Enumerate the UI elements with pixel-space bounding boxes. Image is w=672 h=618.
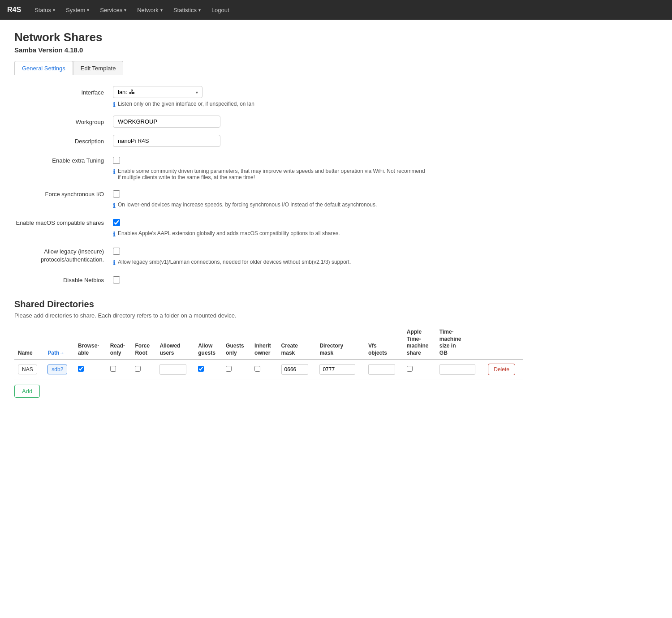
col-allowed-users: Allowedusers (156, 326, 194, 360)
netbios-label: Disable Netbios (14, 274, 113, 284)
nav-services[interactable]: Services ▾ (95, 5, 131, 15)
nav-system[interactable]: System ▾ (61, 5, 94, 15)
shared-directories-section: Shared Directories Please add directorie… (14, 299, 523, 398)
nav-network[interactable]: Network ▾ (133, 5, 167, 15)
col-forceroot: ForceRoot (131, 326, 156, 360)
extra-tuning-label: Enable extra Tuning (14, 154, 113, 165)
col-allow-guests: Allowguests (194, 326, 222, 360)
nav-statistics-caret: ▾ (198, 8, 201, 13)
row-directory-mask (316, 360, 364, 379)
macos-hint: ℹ Enables Apple's AAPL extension globall… (113, 230, 426, 238)
page-subtitle: Samba Version 4.18.0 (14, 46, 523, 54)
row-readonly (107, 360, 132, 379)
col-actions (484, 326, 523, 360)
col-readonly: Read-only (107, 326, 132, 360)
row-apple-timemachine (403, 360, 436, 379)
extra-tuning-help-icon: ℹ (113, 168, 115, 176)
tab-general-settings[interactable]: General Settings (14, 61, 73, 75)
legacy-help-icon: ℹ (113, 259, 115, 266)
nav-network-caret: ▾ (160, 8, 163, 13)
force-sync-label: Force synchronous I/O (14, 188, 113, 198)
forceroot-checkbox[interactable] (135, 366, 141, 372)
name-tag: NAS (18, 365, 37, 374)
tab-edit-template[interactable]: Edit Template (73, 61, 124, 75)
description-control (113, 135, 523, 147)
macos-control: ℹ Enables Apple's AAPL extension globall… (113, 216, 523, 238)
path-tag: sdb2 (47, 365, 67, 374)
browseable-checkbox[interactable] (78, 366, 84, 372)
row-create-mask (278, 360, 316, 379)
description-input[interactable] (113, 135, 220, 147)
row-browseable (74, 360, 107, 379)
force-sync-control: ℹ On lower-end devices may increase spee… (113, 188, 523, 209)
nav-status-caret: ▾ (53, 8, 55, 13)
timemachine-size-input[interactable] (439, 364, 475, 375)
nav-status[interactable]: Status ▾ (30, 5, 60, 15)
readonly-checkbox[interactable] (110, 366, 116, 372)
macos-checkbox[interactable] (113, 219, 120, 226)
col-guests-only: Guestsonly (222, 326, 251, 360)
netbios-checkbox[interactable] (113, 276, 120, 283)
col-inherit-owner: Inheritowner (251, 326, 278, 360)
legacy-checkbox[interactable] (113, 248, 120, 255)
apple-timemachine-checkbox[interactable] (407, 366, 413, 372)
workgroup-input[interactable] (113, 116, 220, 128)
extra-tuning-row: Enable extra Tuning ℹ Enable some commun… (14, 154, 523, 180)
legacy-hint: ℹ Allow legacy smb(v1)/Lanman connection… (113, 259, 426, 266)
general-settings-form: Interface lan: 🖧 ▾ ℹ Listen only on the … (14, 86, 523, 285)
inherit-owner-checkbox[interactable] (254, 366, 260, 372)
interface-hint: ℹ Listen only on the given interface or,… (113, 101, 426, 108)
legacy-control: ℹ Allow legacy smb(v1)/Lanman connection… (113, 245, 523, 266)
shared-directories-title: Shared Directories (14, 299, 523, 309)
create-mask-input[interactable] (281, 364, 308, 375)
nav-services-caret: ▾ (124, 8, 126, 13)
col-browseable: Browse-able (74, 326, 107, 360)
interface-row: Interface lan: 🖧 ▾ ℹ Listen only on the … (14, 86, 523, 108)
extra-tuning-control: ℹ Enable some community driven tuning pa… (113, 154, 523, 180)
row-vfs-objects (365, 360, 403, 379)
delete-button[interactable]: Delete (488, 364, 515, 375)
description-row: Description (14, 135, 523, 147)
add-button[interactable]: Add (14, 385, 40, 398)
allow-guests-checkbox[interactable] (198, 366, 204, 372)
col-directory-mask: Directorymask (316, 326, 364, 360)
guests-only-checkbox[interactable] (226, 366, 232, 372)
table-header-row: Name Path→ Browse-able Read-only ForceRo… (14, 326, 523, 360)
table-row: NAS sdb2 (14, 360, 523, 379)
nav-statistics[interactable]: Statistics ▾ (169, 5, 205, 15)
extra-tuning-checkbox[interactable] (113, 157, 120, 164)
interface-select[interactable]: lan: 🖧 (113, 86, 202, 98)
interface-help-icon: ℹ (113, 101, 115, 108)
row-timemachine-size (436, 360, 484, 379)
col-apple-timemachine: AppleTime-machineshare (403, 326, 436, 360)
navbar: R4S Status ▾ System ▾ Services ▾ Network… (0, 0, 672, 20)
workgroup-label: Workgroup (14, 116, 113, 126)
force-sync-checkbox[interactable] (113, 190, 120, 197)
row-guests-only (222, 360, 251, 379)
vfs-objects-input[interactable] (368, 364, 395, 375)
col-path: Path→ (44, 326, 74, 360)
col-vfs-objects: Vfsobjects (365, 326, 403, 360)
row-name: NAS (14, 360, 44, 379)
col-name: Name (14, 326, 44, 360)
row-inherit-owner (251, 360, 278, 379)
allowed-users-input[interactable] (159, 364, 186, 375)
force-sync-hint: ℹ On lower-end devices may increase spee… (113, 202, 426, 209)
row-allow-guests (194, 360, 222, 379)
brand: R4S (7, 6, 21, 14)
nav-logout[interactable]: Logout (207, 5, 234, 15)
col-timemachine-size: Time-machinesize inGB (436, 326, 484, 360)
tabs: General Settings Edit Template (14, 61, 523, 75)
directory-mask-input[interactable] (319, 364, 355, 375)
description-label: Description (14, 135, 113, 146)
col-create-mask: Createmask (278, 326, 316, 360)
netbios-control (113, 274, 523, 285)
row-allowed-users (156, 360, 194, 379)
page-content: Network Shares Samba Version 4.18.0 Gene… (0, 20, 538, 408)
workgroup-control (113, 116, 523, 128)
macos-label: Enable macOS compatible shares (14, 216, 113, 227)
page-title: Network Shares (14, 30, 523, 44)
shared-directories-desc: Please add directories to share. Each di… (14, 312, 523, 319)
interface-control: lan: 🖧 ▾ ℹ Listen only on the given inte… (113, 86, 523, 108)
interface-select-wrapper: lan: 🖧 ▾ (113, 86, 202, 98)
